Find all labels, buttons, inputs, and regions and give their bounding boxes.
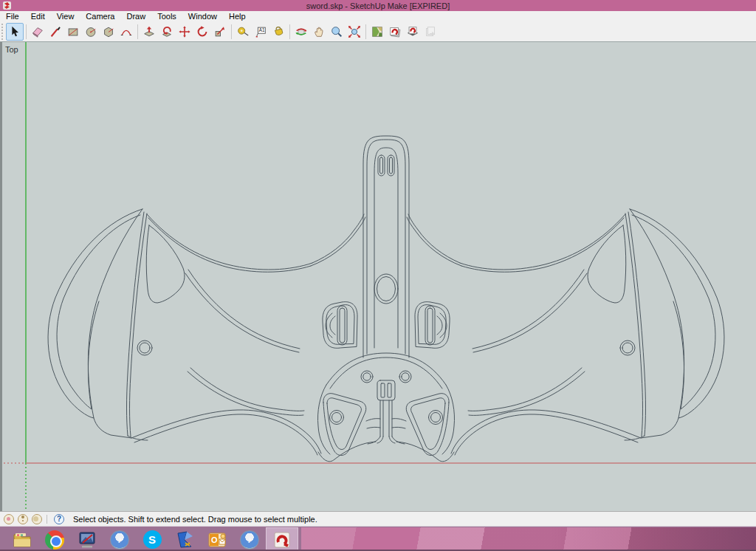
share-model-button[interactable] <box>404 23 422 41</box>
tape-measure-icon <box>236 25 250 38</box>
rotate-icon <box>196 25 209 38</box>
geolocation-status-icon[interactable] <box>4 514 14 524</box>
rectangle-icon <box>66 25 80 38</box>
menu-camera[interactable]: Camera <box>80 11 120 21</box>
menu-draw[interactable]: Draw <box>120 11 151 21</box>
rotate-tool-button[interactable] <box>193 23 211 41</box>
circle-icon <box>84 25 97 38</box>
paint-bucket-icon <box>272 25 285 38</box>
orbit-tool-button[interactable] <box>292 23 310 41</box>
share-model-icon <box>406 25 419 38</box>
eraser-tool-button[interactable] <box>29 23 47 41</box>
menu-view[interactable]: View <box>51 11 80 21</box>
status-bar: ? Select objects. Shift to extend select… <box>0 511 756 526</box>
get-models-button[interactable] <box>386 23 404 41</box>
text-icon: A1 <box>254 25 267 38</box>
taskbar: ♪ S O ♪ <box>0 526 756 551</box>
line-tool-button[interactable] <box>47 23 64 41</box>
scale-icon <box>213 25 227 38</box>
orbit-icon <box>295 25 308 38</box>
taskbar-pepakura[interactable] <box>168 527 201 551</box>
scale-tool-button[interactable] <box>211 23 229 41</box>
svg-text:O: O <box>211 535 218 544</box>
zoom-tool-button[interactable] <box>328 23 346 41</box>
media-player-icon: ♪ <box>240 530 259 550</box>
taskbar-photo-editor[interactable] <box>71 527 103 551</box>
taskbar-chrome[interactable] <box>38 527 71 551</box>
arc-tool-button[interactable] <box>117 23 135 41</box>
itunes-icon: ♪ <box>110 530 129 550</box>
pan-tool-button[interactable] <box>310 23 328 41</box>
modeling-viewport[interactable]: Top <box>0 42 756 511</box>
toolbar: A1 <box>0 21 756 42</box>
polygon-icon <box>102 25 115 38</box>
outlook-icon: O <box>207 530 227 550</box>
toolbar-separator <box>26 24 27 39</box>
chrome-icon <box>45 530 64 550</box>
screen: { "window": { "title": "sword.skp - Sket… <box>0 0 756 551</box>
polygon-tool-button[interactable] <box>100 23 117 41</box>
eraser-icon <box>31 25 44 38</box>
menu-edit[interactable]: Edit <box>25 11 51 21</box>
toolbar-separator <box>365 24 366 39</box>
send-to-layout-button[interactable] <box>422 23 439 41</box>
followme-tool-button[interactable] <box>158 23 176 41</box>
send-to-layout-icon <box>424 25 437 38</box>
view-orientation-label: Top <box>5 45 18 54</box>
svg-text:A1: A1 <box>259 27 265 32</box>
help-icon[interactable]: ? <box>54 514 64 524</box>
menu-help[interactable]: Help <box>223 11 252 21</box>
sword-outline-drawing[interactable] <box>48 136 724 462</box>
zoom-extents-tool-button[interactable] <box>346 23 363 41</box>
toolbar-separator <box>231 24 232 39</box>
circle-tool-button[interactable] <box>82 23 100 41</box>
desktop-wallpaper <box>301 527 756 551</box>
menu-window[interactable]: Window <box>182 11 223 21</box>
window-title: sword.skp - SketchUp Make [EXPIRED] <box>0 1 756 10</box>
model-canvas[interactable] <box>0 42 756 511</box>
toolbar-separator <box>289 24 290 39</box>
zoom-icon <box>330 25 343 38</box>
skype-icon: S <box>143 530 162 549</box>
status-divider <box>47 515 47 524</box>
select-icon <box>8 25 21 38</box>
pushpull-tool-button[interactable] <box>140 23 158 41</box>
menu-tools[interactable]: Tools <box>151 11 182 21</box>
move-icon <box>178 25 191 38</box>
arc-icon <box>120 25 133 38</box>
drawing-axes <box>0 42 756 511</box>
toolbar-grip[interactable] <box>1 24 4 40</box>
model-status-icon[interactable] <box>32 514 42 524</box>
taskbar-itunes[interactable]: ♪ <box>103 527 136 551</box>
move-tool-button[interactable] <box>176 23 193 41</box>
geolocation-icon <box>371 25 384 38</box>
pan-icon <box>312 25 326 38</box>
photo-editor-icon <box>78 530 97 550</box>
zoom-extents-icon <box>348 25 361 38</box>
taskbar-outlook[interactable]: O <box>201 527 233 551</box>
get-models-icon <box>388 25 402 38</box>
tape-measure-tool-button[interactable] <box>234 23 252 41</box>
geolocation-button[interactable] <box>368 23 386 41</box>
text-tool-button[interactable]: A1 <box>252 23 269 41</box>
menu-bar: File Edit View Camera Draw Tools Window … <box>0 11 756 21</box>
status-message: Select objects. Shift to extend select. … <box>73 515 317 524</box>
select-tool-button[interactable] <box>6 23 24 41</box>
file-explorer-icon <box>13 530 32 550</box>
pencil-icon <box>49 25 62 38</box>
viewport-left-edge <box>0 42 2 511</box>
toolbar-separator <box>137 24 138 39</box>
title-bar: sword.skp - SketchUp Make [EXPIRED] <box>0 0 756 11</box>
claim-credit-icon[interactable] <box>18 514 28 524</box>
followme-icon <box>160 25 173 38</box>
pushpull-icon <box>142 25 156 38</box>
menu-file[interactable]: File <box>0 11 25 21</box>
taskbar-sketchup[interactable] <box>266 527 298 551</box>
taskbar-media-player[interactable]: ♪ <box>233 527 266 551</box>
pepakura-icon <box>175 530 194 550</box>
sketchup-taskbar-icon <box>272 530 292 550</box>
rectangle-tool-button[interactable] <box>64 23 82 41</box>
taskbar-skype[interactable]: S <box>136 527 168 551</box>
paint-bucket-tool-button[interactable] <box>269 23 287 41</box>
taskbar-file-explorer[interactable] <box>6 527 38 551</box>
